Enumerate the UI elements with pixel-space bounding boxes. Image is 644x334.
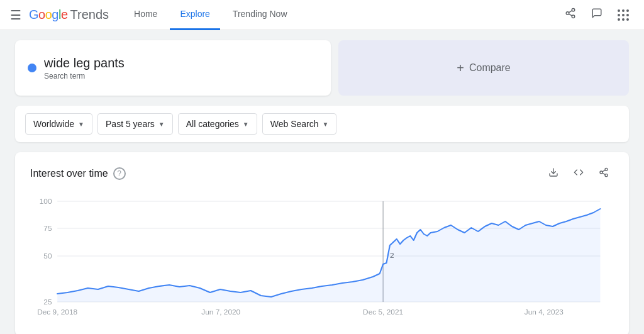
nav-trending[interactable]: Trending Now: [223, 0, 297, 30]
filter-time-label: Past 5 years: [106, 119, 155, 129]
chart-actions: [543, 165, 614, 182]
term-dot: [28, 64, 36, 72]
logo: Google Trends: [29, 8, 109, 22]
main-nav: Home Explore Trending Now: [124, 0, 560, 30]
share-icon[interactable]: [560, 3, 581, 27]
x-label-2021: Dec 5, 2021: [363, 308, 403, 316]
region-chevron-icon: ▼: [78, 121, 84, 128]
filter-category-label: All categories: [186, 119, 239, 129]
filter-type[interactable]: Web Search ▼: [262, 113, 337, 135]
term-label: Search term: [44, 72, 125, 81]
x-label-2023: Jun 4, 2023: [525, 308, 564, 316]
help-icon[interactable]: ?: [113, 167, 126, 180]
filter-bar: Worldwide ▼ Past 5 years ▼ All categorie…: [15, 106, 629, 142]
x-label-2018: Dec 9, 2018: [37, 308, 77, 316]
svg-line-10: [602, 170, 606, 172]
chart-svg-wrapper: 100 75 50 25 Dec 9, 2018 Jun 7, 2020 Dec…: [30, 195, 614, 323]
filter-type-label: Web Search: [270, 119, 319, 129]
term-info: wide leg pants Search term: [44, 56, 125, 81]
nav-home[interactable]: Home: [124, 0, 167, 30]
compare-plus-icon: +: [457, 61, 464, 75]
category-chevron-icon: ▼: [243, 121, 249, 128]
feedback-icon[interactable]: [586, 3, 608, 27]
y-label-100: 100: [40, 198, 52, 205]
search-term-box: wide leg pants Search term: [15, 40, 331, 96]
header: ☰ Google Trends Home Explore Trending No…: [0, 0, 644, 30]
svg-line-9: [602, 173, 606, 175]
svg-line-3: [569, 14, 572, 16]
filter-region[interactable]: Worldwide ▼: [25, 113, 92, 135]
embed-icon[interactable]: [569, 165, 589, 182]
trend-chart: 100 75 50 25 Dec 9, 2018 Jun 7, 2020 Dec…: [30, 195, 614, 321]
logo-trends: Trends: [70, 8, 109, 22]
y-label-50: 50: [43, 252, 52, 260]
header-actions: [560, 3, 634, 27]
svg-line-4: [569, 11, 572, 13]
nav-explore[interactable]: Explore: [170, 0, 219, 30]
logo-text: Google: [29, 8, 68, 22]
x-label-2020: Jun 7, 2020: [201, 308, 240, 316]
chart-container: Interest over time ?: [15, 152, 629, 334]
chart-title-area: Interest over time ?: [30, 167, 126, 180]
trend-area: [57, 209, 600, 302]
filter-category[interactable]: All categories ▼: [178, 113, 257, 135]
time-chevron-icon: ▼: [158, 121, 165, 128]
filter-time[interactable]: Past 5 years ▼: [97, 113, 173, 135]
y-label-75: 75: [43, 225, 52, 232]
chart-title: Interest over time: [30, 168, 108, 179]
menu-icon[interactable]: ☰: [10, 8, 21, 23]
compare-box[interactable]: + Compare: [338, 40, 629, 96]
apps-icon[interactable]: [613, 4, 634, 26]
type-chevron-icon: ▼: [322, 121, 328, 128]
download-icon[interactable]: [543, 165, 564, 182]
y-label-25: 25: [43, 298, 52, 306]
main-content: wide leg pants Search term + Compare Wor…: [0, 30, 644, 334]
filter-region-label: Worldwide: [33, 119, 74, 129]
compare-text: Compare: [469, 62, 511, 74]
chart-share-icon[interactable]: [594, 165, 614, 182]
chart-header: Interest over time ?: [30, 165, 614, 182]
search-area: wide leg pants Search term + Compare: [15, 40, 629, 96]
term-text: wide leg pants: [44, 56, 125, 70]
